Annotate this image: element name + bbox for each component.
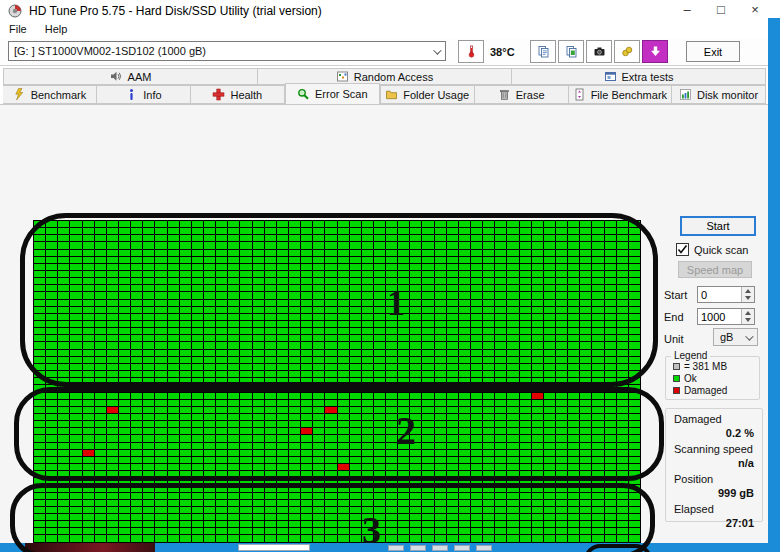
tab-extra-tests[interactable]: Extra tests: [512, 68, 766, 85]
ok-block: [155, 257, 167, 264]
start-scan-button[interactable]: Start: [680, 216, 756, 236]
tab-aam[interactable]: AAM: [3, 68, 258, 85]
ok-block: [374, 328, 386, 335]
ok-block: [629, 478, 641, 485]
maximize-button[interactable]: □: [704, 0, 738, 22]
speed-map-button[interactable]: Speed map: [678, 261, 752, 278]
ok-block: [253, 292, 265, 299]
ok-block: [386, 314, 398, 321]
copy-image-button[interactable]: [558, 40, 584, 63]
ok-block: [265, 278, 277, 285]
ok-block: [107, 285, 119, 292]
end-spin-up-button[interactable]: [742, 309, 754, 317]
ok-block: [95, 250, 107, 257]
ok-block: [362, 364, 374, 371]
ok-block: [240, 385, 252, 392]
ok-block: [495, 221, 507, 228]
ok-block: [629, 493, 641, 500]
ok-block: [617, 514, 629, 521]
ok-block: [544, 271, 556, 278]
start-value-input[interactable]: [698, 287, 741, 302]
tab-health[interactable]: Health: [191, 85, 285, 104]
ok-block: [119, 371, 131, 378]
ok-block: [325, 378, 337, 385]
ok-block: [556, 371, 568, 378]
tab-folder-usage[interactable]: Folder Usage: [380, 85, 475, 104]
ok-block: [313, 371, 325, 378]
ok-block: [192, 300, 204, 307]
ok-block: [362, 314, 374, 321]
ok-block: [119, 435, 131, 442]
ok-block: [386, 385, 398, 392]
end-value-input[interactable]: [698, 309, 741, 324]
ok-block: [119, 385, 131, 392]
quick-scan-checkbox[interactable]: [676, 243, 689, 256]
ok-block: [253, 264, 265, 271]
ok-block: [155, 278, 167, 285]
camera-button[interactable]: [586, 40, 612, 63]
ok-block: [253, 443, 265, 450]
ok-block: [617, 335, 629, 342]
ok-block: [605, 393, 617, 400]
tab-info[interactable]: Info: [97, 85, 191, 104]
ok-block: [240, 407, 252, 414]
ok-block: [180, 378, 192, 385]
temperature-button[interactable]: [458, 40, 484, 63]
ok-block: [131, 378, 143, 385]
ok-block: [58, 271, 70, 278]
ok-block: [617, 364, 629, 371]
end-spin-down-button[interactable]: [742, 317, 754, 325]
tab-erase[interactable]: Erase: [475, 85, 569, 104]
ok-block: [629, 471, 641, 478]
ok-block: [143, 457, 155, 464]
ok-block: [410, 443, 422, 450]
start-spin-down-button[interactable]: [742, 295, 754, 303]
tab-file-benchmark[interactable]: File Benchmark: [569, 85, 672, 104]
ok-block: [192, 500, 204, 507]
drive-selector[interactable]: [G: ] ST1000VM002-1SD102 (1000 gB): [8, 41, 446, 61]
ok-block: [338, 300, 350, 307]
ok-block: [83, 250, 95, 257]
tab-benchmark[interactable]: Benchmark: [3, 85, 97, 104]
exit-button[interactable]: Exit: [686, 41, 740, 62]
close-button[interactable]: ×: [738, 0, 772, 22]
stat-label: Elapsed: [674, 503, 754, 515]
ok-block: [265, 471, 277, 478]
unit-selector[interactable]: gB: [713, 328, 758, 346]
ok-block: [131, 407, 143, 414]
ok-block: [289, 428, 301, 435]
ok-block: [520, 292, 532, 299]
ok-block: [350, 285, 362, 292]
ok-block: [617, 292, 629, 299]
ok-block: [289, 242, 301, 249]
ok-block: [313, 407, 325, 414]
ok-block: [313, 335, 325, 342]
ok-block: [495, 464, 507, 471]
ok-block: [605, 435, 617, 442]
ok-block: [313, 500, 325, 507]
ok-block: [592, 242, 604, 249]
minimize-button[interactable]: –: [670, 0, 704, 22]
ok-block: [459, 521, 471, 528]
ok-block: [70, 371, 82, 378]
ok-block: [422, 300, 434, 307]
tab-error-scan[interactable]: Error Scan: [285, 83, 380, 104]
ok-block: [168, 328, 180, 335]
menu-help[interactable]: Help: [36, 22, 77, 38]
ok-block: [313, 307, 325, 314]
ok-block: [58, 278, 70, 285]
ok-block: [544, 457, 556, 464]
copy-text-button[interactable]: [530, 40, 556, 63]
save-button[interactable]: [642, 40, 668, 63]
ok-block: [168, 235, 180, 242]
menu-file[interactable]: File: [0, 22, 36, 38]
ok-block: [46, 528, 58, 535]
ok-block: [459, 421, 471, 428]
ok-block: [350, 228, 362, 235]
tab-disk-monitor[interactable]: Disk monitor: [672, 85, 766, 104]
buy-button[interactable]: [614, 40, 640, 63]
ok-block: [228, 342, 240, 349]
start-spin-up-button[interactable]: [742, 287, 754, 295]
ok-block: [301, 221, 313, 228]
ok-block: [350, 242, 362, 249]
